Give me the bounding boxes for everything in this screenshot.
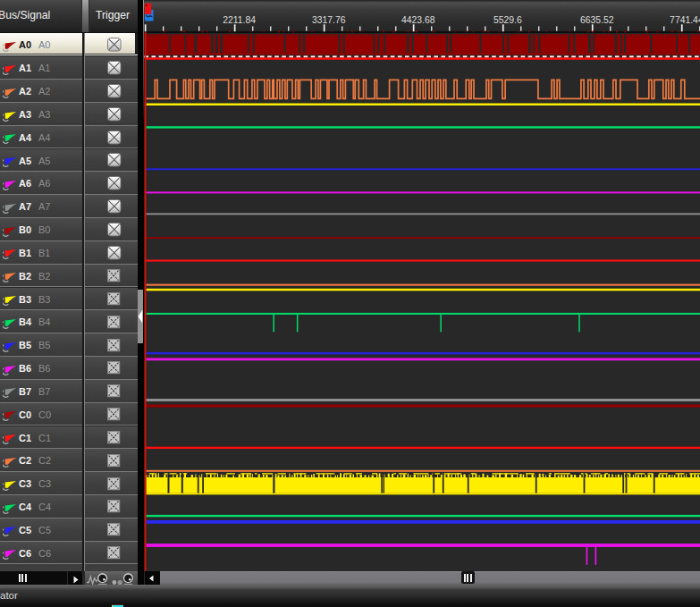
- svg-text:7741.44: 7741.44: [670, 15, 700, 25]
- svg-text:3317.76: 3317.76: [312, 15, 346, 25]
- svg-text:6635.52: 6635.52: [580, 15, 614, 25]
- svg-text:5529.6: 5529.6: [493, 15, 522, 25]
- svg-text:4423.68: 4423.68: [401, 15, 435, 25]
- svg-text:2211.84: 2211.84: [223, 15, 256, 25]
